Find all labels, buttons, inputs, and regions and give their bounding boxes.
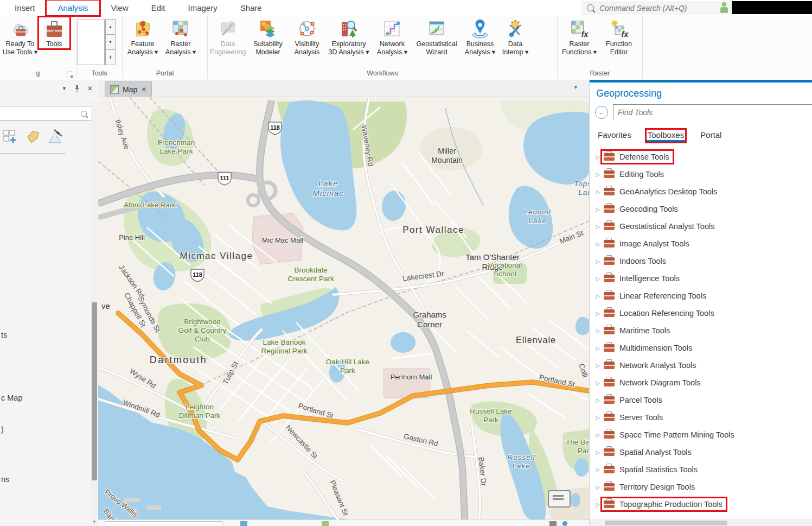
close-icon[interactable]: ✕	[87, 85, 93, 92]
toolbox-item[interactable]: ▷ Indoors Tools	[590, 252, 812, 270]
ribbon-tab[interactable]: Edit	[140, 1, 177, 15]
close-icon[interactable]: ✕	[141, 86, 146, 93]
map-view-tab[interactable]: Map ✕	[105, 81, 152, 97]
tools-button[interactable]: Tools	[39, 17, 69, 48]
expand-arrow-icon[interactable]: ▷	[594, 363, 602, 369]
scrollbar-thumb[interactable]	[92, 302, 97, 480]
tree-item-fragment[interactable]: )	[1, 425, 4, 434]
horizontal-scrollbar[interactable]	[590, 519, 812, 526]
expand-arrow-icon[interactable]: ▷	[594, 328, 602, 334]
status-icon[interactable]	[240, 521, 247, 526]
exploratory-3d-analysis-button[interactable]: Exploratory 3D Analysis ▾	[325, 17, 373, 56]
toolbox-item[interactable]: ▷ Server Tools	[590, 409, 812, 426]
raster-functions-button[interactable]: fx Raster Functions ▾	[559, 17, 600, 56]
scale-input[interactable]	[105, 521, 222, 526]
status-icon[interactable]	[562, 521, 567, 526]
geostatistical-wizard-button[interactable]: Geostatistical Wizard	[412, 17, 462, 56]
command-search[interactable]	[581, 1, 731, 15]
toolbox-item[interactable]: ▷ Topographic Production Tools	[590, 496, 812, 513]
dialog-launcher-icon[interactable]	[67, 72, 73, 78]
pin-icon[interactable]	[74, 85, 80, 92]
left-panel-search[interactable]: ▼	[0, 106, 99, 121]
basemap-satellite-icon[interactable]	[47, 129, 64, 145]
expand-arrow-icon[interactable]: ▷	[594, 224, 602, 230]
network-analysis-button[interactable]: Network Analysis ▾	[373, 17, 412, 56]
gallery-down-button[interactable]: ▼	[105, 34, 116, 50]
toolbox-item[interactable]: ▷ Spatial Analyst Tools	[590, 443, 812, 461]
toolbox-item[interactable]: ▷ Maritime Tools	[590, 322, 812, 339]
expand-arrow-icon[interactable]: ▷	[594, 206, 602, 212]
expand-arrow-icon[interactable]: ▷	[594, 380, 602, 386]
function-editor-button[interactable]: fx Function Editor	[600, 17, 638, 56]
scrollbar-thumb[interactable]	[605, 521, 727, 525]
toolbox-item[interactable]: ▷ Intelligence Tools	[590, 270, 812, 287]
tag-icon[interactable]	[24, 129, 41, 145]
expand-arrow-icon[interactable]: ▷	[594, 189, 602, 195]
panel-menu-caret-icon[interactable]: ▼	[62, 86, 67, 91]
expand-arrow-icon[interactable]: ▷	[594, 276, 602, 282]
gallery-expand-button[interactable]: ⇟	[105, 49, 116, 65]
toolbox-item[interactable]: ▷ Geostatistical Analyst Tools	[590, 218, 812, 235]
back-button[interactable]: ←	[595, 106, 608, 119]
expand-arrow-icon[interactable]: ▷	[594, 154, 602, 160]
expand-arrow-icon[interactable]: ▷	[594, 449, 602, 455]
feature-analysis-button[interactable]: Feature Analysis ▾	[124, 17, 162, 56]
history-gallery[interactable]	[78, 20, 105, 65]
toolbox-item[interactable]: ▷ Space Time Pattern Mining Tools	[590, 426, 812, 443]
toolbox-item[interactable]: ▷ Editing Tools	[590, 166, 812, 183]
toolbox-item[interactable]: ▷ Location Referencing Tools	[590, 305, 812, 322]
tab-list-caret-icon[interactable]: ▼	[573, 85, 578, 90]
ready-to-use-tools-button[interactable]: Ready To Use Tools ▾	[1, 17, 39, 56]
toolbox-item[interactable]: ▷ Spatial Statistics Tools	[590, 461, 812, 478]
status-icon[interactable]	[549, 521, 557, 526]
tree-item-fragment[interactable]: ts	[1, 331, 7, 339]
ribbon-tab[interactable]: Share	[229, 1, 273, 15]
expand-arrow-icon[interactable]: ▷	[594, 293, 602, 299]
visibility-analysis-button[interactable]: Visibility Analysis	[289, 17, 325, 56]
ribbon-tab[interactable]: View	[99, 1, 139, 15]
expand-arrow-icon[interactable]: ▷	[594, 397, 602, 403]
user-chip[interactable]	[720, 1, 812, 14]
left-search-input[interactable]	[0, 107, 71, 117]
gallery-up-button[interactable]: ▲	[105, 19, 116, 35]
command-search-input[interactable]	[598, 3, 714, 13]
toolbox-item[interactable]: ▷ Network Diagram Tools	[590, 374, 812, 391]
expand-arrow-icon[interactable]: ▷	[594, 258, 602, 264]
expand-arrow-icon[interactable]: ▷	[594, 172, 602, 178]
toolbox-item[interactable]: ▷ Territory Design Tools	[590, 478, 812, 496]
map-canvas[interactable]: DartmouthMicmac VillagePort WallaceMille…	[98, 97, 589, 521]
expand-arrow-icon[interactable]: ▷	[594, 467, 602, 473]
basemap[interactable]: DartmouthMicmac VillagePort WallaceMille…	[98, 97, 589, 521]
toolbox-item[interactable]: ▷ Image Analyst Tools	[590, 235, 812, 252]
find-tools-search[interactable]	[613, 104, 812, 119]
scrollbar[interactable]: ▼	[91, 102, 98, 526]
expand-arrow-icon[interactable]: ▷	[594, 484, 602, 490]
ribbon-tab[interactable]: Insert	[3, 1, 47, 15]
attribution-toggle-icon[interactable]	[548, 490, 571, 508]
suitability-modeler-button[interactable]: Suitability Modeler	[247, 17, 289, 56]
tree-item-fragment[interactable]: c Map	[1, 394, 23, 402]
business-analysis-button[interactable]: Business Analysis ▾	[462, 17, 498, 56]
geoprocessing-tab[interactable]: Portal	[699, 130, 723, 142]
toolbox-item[interactable]: ▷ GeoAnalytics Desktop Tools	[590, 183, 812, 200]
tree-item-fragment[interactable]: ns	[1, 475, 9, 484]
expand-arrow-icon[interactable]: ▷	[594, 432, 602, 438]
geoprocessing-tab[interactable]: Favorites	[597, 130, 632, 142]
toolbox-item[interactable]: ▷ Network Analyst Tools	[590, 357, 812, 374]
status-icon[interactable]	[322, 521, 329, 526]
geoprocessing-tab[interactable]: Toolboxes	[647, 130, 686, 142]
toolbox-item[interactable]: ▷ Parcel Tools	[590, 391, 812, 409]
expand-arrow-icon[interactable]: ▷	[594, 415, 602, 421]
toolbox-item[interactable]: ▷ Multidimension Tools	[590, 339, 812, 357]
ribbon-tab[interactable]: Imagery	[176, 1, 228, 15]
scroll-down-arrow-icon[interactable]: ▼	[92, 519, 97, 524]
toolbox-item[interactable]: ▷ Geocoding Tools	[590, 200, 812, 218]
expand-arrow-icon[interactable]: ▷	[594, 241, 602, 247]
expand-arrow-icon[interactable]: ▷	[594, 502, 602, 508]
data-interop-button[interactable]: Data Interop ▾	[498, 17, 532, 56]
ribbon-tab[interactable]: Analysis	[47, 1, 100, 15]
find-tools-input[interactable]	[613, 105, 812, 120]
new-map-icon[interactable]	[2, 129, 18, 145]
toolbox-item[interactable]: ▷ Defense Tools	[590, 148, 812, 166]
expand-arrow-icon[interactable]: ▷	[594, 345, 602, 351]
